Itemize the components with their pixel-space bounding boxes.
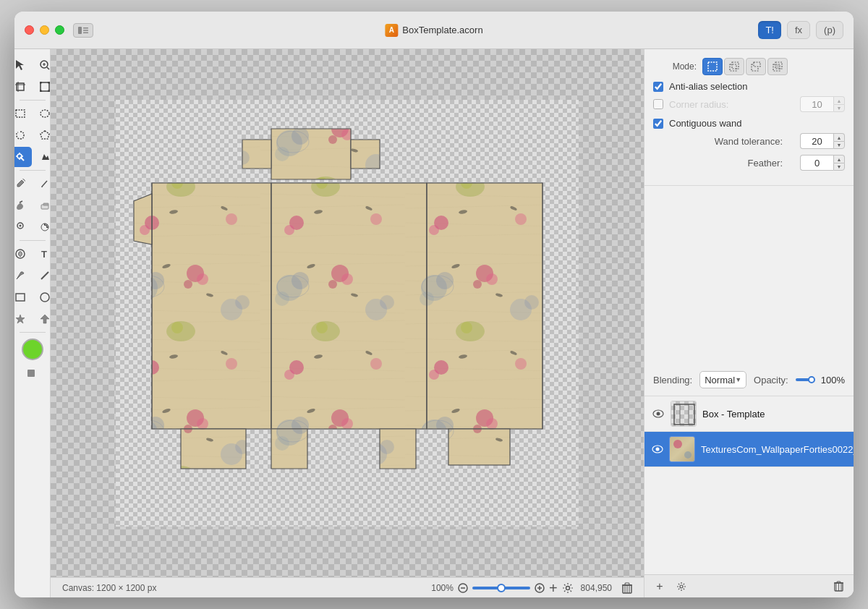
add-layer-button[interactable]: + — [652, 579, 668, 595]
svg-marker-4 — [16, 60, 24, 70]
svg-point-124 — [656, 448, 660, 451]
titlebar-buttons: T! fx (p) — [758, 21, 843, 39]
svg-marker-41 — [16, 315, 25, 323]
canvas-viewport[interactable] — [51, 49, 644, 577]
traffic-lights — [25, 25, 64, 35]
maximize-button[interactable] — [55, 25, 64, 35]
crop-tool[interactable] — [14, 77, 32, 97]
opacity-slider[interactable] — [796, 378, 814, 381]
magic-wand-tool[interactable] — [14, 147, 32, 167]
blending-mode-select[interactable]: Normal ▼ — [699, 371, 746, 388]
svg-rect-87 — [271, 183, 427, 429]
blending-label: Blending: — [653, 375, 692, 386]
feather-label: Feather: — [653, 158, 783, 169]
zoom-out-icon[interactable] — [458, 583, 468, 593]
corner-radius-down[interactable]: ▼ — [833, 104, 845, 112]
svg-marker-42 — [41, 315, 49, 323]
new-selection-btn[interactable] — [702, 58, 723, 75]
add-selection-btn[interactable] — [724, 58, 744, 75]
svg-point-118 — [657, 412, 660, 416]
feather-spinner[interactable]: ▲ ▼ — [800, 155, 845, 171]
feather-up[interactable]: ▲ — [833, 155, 845, 163]
wand-tolerance-spinner[interactable]: ▲ ▼ — [800, 133, 845, 149]
feather-input[interactable] — [800, 155, 833, 171]
eyedropper-tool[interactable] — [14, 174, 32, 194]
paint-bucket-tool[interactable] — [14, 195, 32, 216]
divider-1 — [20, 100, 46, 101]
contiguous-wand-checkbox[interactable] — [653, 119, 663, 129]
svg-line-26 — [42, 181, 47, 187]
pen-tool[interactable] — [14, 265, 32, 286]
layer-visibility-toggle-2[interactable] — [652, 443, 663, 456]
opacity-thumb[interactable] — [808, 376, 815, 383]
corner-radius-checkbox[interactable] — [653, 99, 663, 109]
contiguous-wand-label[interactable]: Contiguous wand — [669, 118, 741, 129]
settings-icon[interactable] — [562, 582, 574, 594]
wand-tolerance-down[interactable]: ▼ — [833, 141, 845, 149]
svg-rect-39 — [16, 294, 25, 301]
layer-item-box-template[interactable]: Box - Template — [644, 396, 854, 432]
add-layer-icon[interactable]: + — [549, 581, 558, 595]
svg-point-15 — [40, 90, 42, 92]
lasso-tool[interactable] — [14, 125, 32, 145]
svg-point-14 — [48, 82, 50, 84]
close-button[interactable] — [25, 25, 34, 35]
plugin-panel-tab[interactable]: (p) — [816, 21, 843, 39]
svg-marker-19 — [41, 131, 49, 139]
feather-row: Feather: ▲ ▼ — [653, 155, 845, 171]
layer-visibility-toggle[interactable] — [652, 407, 665, 420]
wand-tolerance-up[interactable]: ▲ — [833, 133, 845, 141]
layer-name-2: TexturesCom_WallpaperForties0022_s... — [701, 444, 854, 455]
intersect-selection-btn[interactable] — [767, 58, 788, 75]
color-swatch[interactable] — [22, 338, 43, 360]
svg-rect-119 — [671, 401, 696, 426]
canvas-area: Canvas: 1200 × 1200 px 100% + 804,950 — [51, 49, 644, 597]
subtract-selection-btn[interactable] — [746, 58, 766, 75]
background-color[interactable] — [21, 365, 44, 385]
opacity-value: 100% — [821, 375, 845, 386]
anti-alias-row: Anti-alias selection — [653, 81, 845, 92]
feather-down[interactable]: ▼ — [833, 163, 845, 171]
zoom-thumb[interactable] — [497, 584, 506, 592]
svg-rect-17 — [16, 110, 25, 117]
svg-marker-91 — [271, 429, 307, 469]
layer-item-texture[interactable]: TexturesCom_WallpaperForties0022_s... — [644, 432, 854, 467]
anti-alias-label[interactable]: Anti-alias selection — [669, 81, 747, 92]
divider-4 — [20, 332, 46, 333]
foreground-color[interactable] — [14, 365, 20, 385]
rect-select-tool[interactable] — [14, 103, 32, 124]
corner-radius-up[interactable]: ▲ — [833, 96, 845, 104]
clone-stamp-tool[interactable] — [14, 217, 32, 237]
wand-tolerance-input[interactable] — [800, 133, 833, 149]
svg-point-18 — [41, 110, 49, 117]
blending-row: Blending: Normal ▼ Opacity: 100% — [653, 371, 845, 388]
corner-radius-input[interactable] — [800, 96, 833, 112]
sidebar-toggle-button[interactable] — [73, 23, 93, 38]
corner-radius-spinner[interactable]: ▲ ▼ — [800, 96, 845, 112]
layers-bottombar: + — [644, 574, 854, 597]
layer-settings-button[interactable] — [673, 579, 689, 595]
effects-panel-tab[interactable]: fx — [787, 21, 810, 39]
canvas-info: Canvas: 1200 × 1200 px — [62, 583, 156, 593]
delete-layer-button[interactable] — [830, 579, 846, 595]
star-shape-tool[interactable] — [14, 309, 32, 329]
blending-section: Blending: Normal ▼ Opacity: 100% — [644, 364, 854, 396]
svg-rect-116 — [775, 64, 780, 69]
rectangle-shape-tool[interactable] — [14, 287, 32, 307]
arrow-tool[interactable] — [14, 55, 32, 75]
shape-tool[interactable] — [14, 244, 32, 264]
svg-rect-88 — [427, 183, 542, 429]
layer-thumb-inner — [671, 401, 696, 426]
svg-point-21 — [17, 154, 22, 158]
divider-2 — [20, 170, 46, 171]
trash-icon[interactable] — [622, 582, 632, 594]
svg-point-31 — [19, 225, 21, 227]
tool-row-3 — [14, 103, 56, 124]
zoom-level: 100% — [431, 583, 454, 593]
svg-point-125 — [680, 585, 683, 588]
zoom-slider[interactable] — [472, 587, 530, 589]
anti-alias-checkbox[interactable] — [653, 82, 663, 92]
minimize-button[interactable] — [40, 25, 49, 35]
zoom-in-icon[interactable] — [535, 583, 545, 593]
tools-panel-tab[interactable]: T! — [758, 21, 781, 39]
